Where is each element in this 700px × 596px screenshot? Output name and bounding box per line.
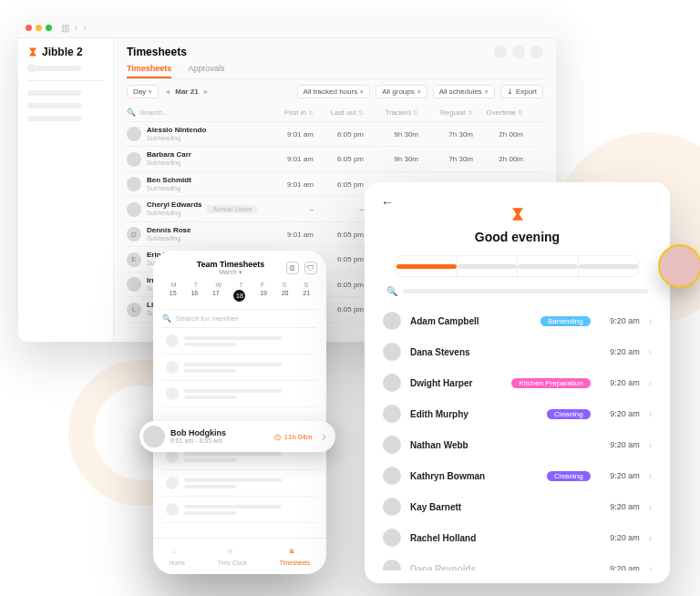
person-sub: Subheading	[147, 135, 206, 142]
sidebar-item[interactable]	[27, 116, 81, 121]
month-selector[interactable]: March▾	[175, 269, 286, 276]
list-item[interactable]	[162, 381, 317, 407]
avatar: D	[127, 227, 141, 241]
shield-icon[interactable]: 🛡	[304, 262, 317, 274]
close-light[interactable]	[26, 25, 32, 31]
search-icon: 🔍	[386, 286, 397, 296]
zoom-light[interactable]	[46, 25, 52, 31]
col-overtime[interactable]: Overtime⇅	[473, 108, 523, 117]
cell-tracked: 9h 30m	[364, 155, 418, 163]
sidebar-item[interactable]	[27, 90, 81, 96]
avatar	[383, 560, 401, 570]
tab-home[interactable]: ⌂ Home	[170, 548, 185, 566]
day[interactable]: 15	[170, 290, 177, 302]
weekday: F	[261, 282, 264, 288]
day[interactable]: 20	[282, 290, 289, 302]
header-action[interactable]	[530, 46, 543, 58]
segment[interactable]	[458, 256, 519, 276]
sidebar-item[interactable]	[27, 66, 81, 71]
day[interactable]: 19	[260, 290, 267, 302]
avatar: L	[127, 303, 141, 317]
list-item[interactable]	[162, 497, 317, 523]
avatar	[383, 498, 401, 516]
list-item[interactable]: Kathryn Bowman Cleaning 9:20 am ›	[381, 460, 654, 491]
page-tabs: Timesheets Approvals	[127, 64, 543, 79]
list-item[interactable]: Adam Campbell Bartending 9:20 am ›	[381, 305, 654, 336]
table-row[interactable]: Alessio Nintendo Subheading 9:01 am 6:05…	[127, 122, 543, 147]
list-item[interactable]	[162, 470, 317, 497]
cell-first-in: 9:01 am	[263, 180, 314, 189]
cell-last-out: 6:05 pm	[314, 155, 364, 163]
activity-tag: Kitchen Preparation	[511, 378, 590, 388]
sidebar-item[interactable]	[27, 103, 81, 108]
day[interactable]: 21	[303, 290, 310, 302]
col-tracked[interactable]: Tracked⇅	[364, 108, 418, 117]
tab-approvals[interactable]: Approvals	[188, 64, 224, 78]
search-input[interactable]: 🔍 Search...	[127, 108, 263, 117]
header-action[interactable]	[512, 46, 525, 58]
list-item[interactable]: Dwight Harper Kitchen Preparation 9:20 a…	[381, 367, 654, 398]
list-item[interactable]	[162, 355, 317, 381]
sidebar-toggle-icon[interactable]: ▥	[61, 23, 69, 33]
col-last-out[interactable]: Last out⇅	[314, 108, 364, 117]
tab-timeclock[interactable]: ◷ Time Clock	[218, 548, 247, 566]
period-selector[interactable]: Day	[127, 85, 159, 98]
filter-groups[interactable]: All groups	[376, 85, 427, 98]
cell-first-in: –	[263, 205, 314, 213]
segment[interactable]	[579, 256, 639, 276]
window-nav: ▥ ‹ ›	[61, 23, 87, 33]
chevron-down-icon: ▾	[239, 269, 242, 276]
leave-badge: Annual Leave	[207, 205, 257, 213]
minimize-light[interactable]	[36, 25, 42, 31]
list-item[interactable]: Dana Reynolds 9:20 am ›	[381, 553, 654, 570]
person-name: Dennis Rose	[147, 227, 190, 235]
list-item[interactable]: Rachel Holland 9:20 am ›	[381, 522, 654, 553]
list-item[interactable]	[162, 328, 317, 355]
day[interactable]: 16	[190, 290, 198, 302]
day[interactable]: 18	[233, 290, 245, 302]
search-input[interactable]: 🔍	[381, 286, 654, 305]
avatar	[127, 177, 141, 191]
back-icon[interactable]: ‹	[75, 23, 77, 33]
calendar-icon[interactable]: 🗓	[286, 262, 299, 274]
col-first-in[interactable]: First in⇅	[263, 108, 314, 117]
member-popout[interactable]: Bob Hodgkins 9:01 am - 8:05 am 11h 04m ›	[139, 421, 335, 452]
activity-tag: Cleaning	[547, 409, 591, 419]
phone-title-block: Team Timesheets March▾	[175, 260, 286, 276]
segment[interactable]	[518, 256, 579, 276]
tab-timesheets[interactable]: 🗎 Timesheets	[280, 548, 310, 566]
window-titlebar: ▥ ‹ ›	[18, 18, 556, 38]
segment[interactable]	[396, 256, 458, 276]
activity-tag: Bartending	[540, 316, 591, 326]
forward-icon[interactable]: ›	[83, 23, 86, 33]
phone-tabbar: ⌂ Home ◷ Time Clock 🗎 Timesheets	[153, 538, 326, 574]
brand-icon	[27, 46, 38, 57]
export-button[interactable]: ⤓ Export	[500, 85, 543, 98]
col-regular[interactable]: Regular⇅	[418, 108, 473, 117]
list-item[interactable]: Dana Stevens 9:20 am ›	[381, 336, 654, 367]
filter-schedules[interactable]: All schedules	[433, 85, 495, 98]
header-action[interactable]	[494, 46, 507, 58]
list-item[interactable]: Nathan Webb 9:20 am ›	[381, 429, 654, 460]
avatar	[383, 405, 401, 423]
weekday: T	[239, 282, 242, 288]
tab-timesheets[interactable]: Timesheets	[127, 64, 171, 78]
floating-avatar[interactable]	[658, 244, 700, 288]
list-item[interactable]: Edith Murphy Cleaning 9:20 am ›	[381, 398, 654, 429]
list-item[interactable]: Kay Barnett 9:20 am ›	[381, 491, 654, 522]
day[interactable]: 17	[212, 290, 220, 302]
prev-day-icon[interactable]: ◂	[166, 87, 170, 96]
member-search[interactable]: 🔍 Search for member	[162, 309, 317, 328]
cell-tracked: 9h 30m	[364, 130, 418, 139]
brand[interactable]: Jibble 2	[27, 46, 104, 58]
next-day-icon[interactable]: ▸	[204, 87, 208, 96]
cell-last-out: –	[314, 205, 364, 213]
tab-clock-label: Time Clock	[218, 560, 247, 566]
chevron-right-icon: ›	[649, 440, 652, 450]
home-icon: ⌂	[172, 548, 183, 559]
avatar: E	[127, 252, 141, 267]
table-row[interactable]: Barbara Carr Subheading 9:01 am 6:05 pm …	[127, 147, 543, 171]
tab-timesheets-label: Timesheets	[280, 560, 310, 566]
export-label: Export	[516, 87, 537, 96]
filter-hours[interactable]: All tracked hours	[297, 85, 371, 98]
